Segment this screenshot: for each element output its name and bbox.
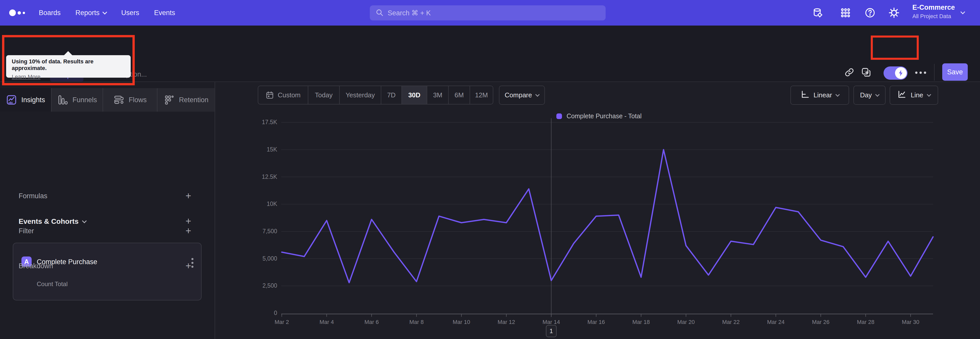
retention-icon bbox=[164, 94, 175, 106]
tab-funnels[interactable]: Funnels bbox=[52, 88, 103, 112]
sidebar-section-filter: Filter+ bbox=[0, 226, 215, 237]
report-toolbar: Untitled Sampled + Add description... bbox=[0, 26, 980, 82]
flows-icon bbox=[113, 94, 124, 106]
interval-selector[interactable]: Day bbox=[853, 86, 886, 105]
query-sidebar: InsightsFunnelsFlowsRetention Events & C… bbox=[0, 82, 215, 339]
tab-insights[interactable]: Insights bbox=[0, 88, 52, 112]
sampling-toggle[interactable] bbox=[883, 66, 907, 80]
lightning-bolt-icon bbox=[897, 69, 904, 77]
more-ellipsis-icon[interactable] bbox=[915, 72, 926, 74]
logo-dot-medium bbox=[18, 11, 21, 14]
tab-label: Retention bbox=[179, 96, 208, 104]
help-icon[interactable] bbox=[864, 0, 876, 26]
add-event-button[interactable]: + bbox=[183, 216, 193, 227]
x-tick-label: Mar 26 bbox=[803, 319, 838, 325]
project-scope: All Project Data bbox=[912, 13, 955, 20]
apps-grid-icon[interactable] bbox=[840, 0, 851, 26]
project-name: E-Commerce bbox=[912, 3, 955, 11]
insights-icon bbox=[6, 94, 17, 106]
range-today[interactable]: Today bbox=[308, 86, 340, 104]
add-filter-button[interactable]: + bbox=[183, 226, 193, 236]
data-management-icon[interactable] bbox=[812, 0, 824, 26]
tooltip-text: Using 10% of data. Results are approxima… bbox=[12, 58, 125, 72]
annotation-chip[interactable]: 1 bbox=[546, 325, 557, 337]
tab-flows[interactable]: Flows bbox=[103, 88, 158, 112]
range-label: Custom bbox=[278, 91, 301, 99]
duplicate-icon[interactable] bbox=[861, 67, 872, 78]
events-cohorts-label: Events & Cohorts bbox=[19, 217, 79, 225]
search-placeholder: Search ⌘ + K bbox=[388, 9, 431, 17]
range-30d[interactable]: 30D bbox=[402, 86, 427, 104]
range-6m[interactable]: 6M bbox=[449, 86, 470, 104]
chevron-down-icon bbox=[82, 218, 86, 223]
tab-label: Insights bbox=[21, 96, 45, 104]
range-yesterday[interactable]: Yesterday bbox=[340, 86, 381, 104]
event-metric[interactable]: Count Total bbox=[37, 280, 68, 288]
section-label: Formulas bbox=[19, 192, 48, 200]
settings-gear-icon[interactable] bbox=[888, 0, 900, 26]
line-chart-icon bbox=[897, 90, 907, 101]
nav-item-label: Boards bbox=[39, 9, 61, 17]
project-chevron-down-icon[interactable] bbox=[961, 11, 964, 15]
funnels-icon bbox=[57, 94, 68, 106]
compare-label: Compare bbox=[505, 91, 532, 99]
range-label: 12M bbox=[475, 91, 488, 99]
learn-more-link[interactable]: Learn More bbox=[12, 74, 41, 80]
sampling-tooltip: Using 10% of data. Results are approxima… bbox=[6, 55, 130, 78]
x-tick-label: Mar 8 bbox=[399, 319, 434, 325]
tab-label: Flows bbox=[129, 96, 147, 104]
mixpanel-app: BoardsReportsUsersEvents Search ⌘ + K bbox=[0, 0, 980, 339]
x-tick-label: Mar 4 bbox=[309, 319, 345, 325]
sidebar-section-breakdown: Breakdown+ bbox=[0, 261, 215, 272]
search-icon bbox=[375, 8, 383, 18]
toolbar-divider bbox=[934, 64, 935, 81]
range-custom[interactable]: Custom bbox=[258, 86, 308, 104]
range-label: Today bbox=[315, 91, 332, 99]
date-range-control: CustomTodayYesterday7D30D3M6M12M bbox=[258, 86, 493, 104]
x-tick-label: Mar 12 bbox=[488, 319, 524, 325]
section-label: Breakdown bbox=[19, 262, 53, 270]
scale-selector[interactable]: Linear bbox=[791, 86, 849, 105]
x-tick-label: Mar 14 bbox=[533, 319, 569, 325]
add-formulas-button[interactable]: + bbox=[183, 191, 193, 201]
compare-button[interactable]: Compare bbox=[499, 86, 545, 105]
x-tick-label: Mar 16 bbox=[578, 319, 614, 325]
events-cohorts-header[interactable]: Events & Cohorts bbox=[19, 217, 86, 225]
nav-item-users[interactable]: Users bbox=[121, 9, 139, 17]
x-tick-label: Mar 18 bbox=[623, 319, 659, 325]
nav-item-events[interactable]: Events bbox=[154, 9, 175, 17]
x-tick-label: Mar 30 bbox=[893, 319, 928, 325]
link-icon[interactable] bbox=[844, 67, 855, 78]
range-7d[interactable]: 7D bbox=[381, 86, 402, 104]
range-label: 6M bbox=[455, 91, 464, 99]
project-switcher[interactable]: E-Commerce All Project Data bbox=[912, 3, 955, 20]
interval-label: Day bbox=[860, 91, 872, 99]
sidebar-section-formulas: Formulas+ bbox=[0, 191, 215, 202]
calendar-icon bbox=[266, 91, 274, 99]
chart-type-label: Line bbox=[911, 91, 923, 99]
x-tick-label: Mar 28 bbox=[848, 319, 883, 325]
tab-label: Funnels bbox=[73, 96, 97, 104]
search-input[interactable]: Search ⌘ + K bbox=[370, 5, 606, 21]
range-label: Yesterday bbox=[345, 91, 375, 99]
linear-axis-icon bbox=[800, 90, 810, 101]
range-label: 3M bbox=[433, 91, 442, 99]
range-label: 7D bbox=[387, 91, 396, 99]
main-nav: BoardsReportsUsersEvents bbox=[39, 0, 175, 26]
save-button[interactable]: Save bbox=[942, 63, 968, 81]
nav-item-reports[interactable]: Reports bbox=[76, 9, 107, 17]
range-12m[interactable]: 12M bbox=[470, 86, 493, 104]
mixpanel-logo[interactable] bbox=[9, 9, 25, 16]
logo-dot-large bbox=[9, 10, 16, 16]
nav-item-boards[interactable]: Boards bbox=[39, 9, 61, 17]
logo-dot-small bbox=[23, 12, 25, 14]
tab-retention[interactable]: Retention bbox=[158, 88, 215, 112]
x-tick-label: Mar 2 bbox=[264, 319, 300, 325]
chart-type-selector[interactable]: Line bbox=[890, 86, 938, 105]
add-breakdown-button[interactable]: + bbox=[183, 261, 193, 271]
chevron-down-icon bbox=[102, 10, 107, 14]
range-3m[interactable]: 3M bbox=[427, 86, 449, 104]
x-tick-label: Mar 10 bbox=[444, 319, 479, 325]
top-navbar: BoardsReportsUsersEvents Search ⌘ + K bbox=[0, 0, 980, 26]
x-tick-label: Mar 22 bbox=[713, 319, 749, 325]
